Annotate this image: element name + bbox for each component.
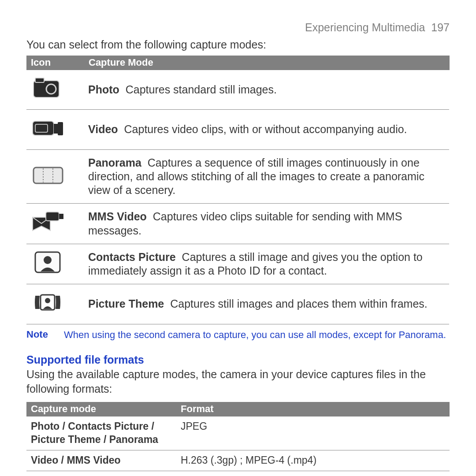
col-header-mode: Capture Mode bbox=[84, 56, 449, 70]
panorama-icon bbox=[31, 163, 65, 187]
picture-theme-icon bbox=[31, 290, 65, 314]
col-header-capture-mode: Capture mode bbox=[26, 402, 176, 416]
table-row: Panorama Captures a sequence of still im… bbox=[26, 149, 449, 204]
svg-rect-12 bbox=[59, 214, 63, 219]
camera-icon bbox=[31, 76, 65, 100]
table-row: Video Captures video clips, with or with… bbox=[26, 110, 449, 149]
intro-text: You can select from the following captur… bbox=[26, 38, 450, 51]
mode-name: Video bbox=[88, 123, 118, 135]
mode-name: Photo bbox=[88, 83, 119, 96]
svg-rect-8 bbox=[33, 167, 63, 183]
format-value: JPEG bbox=[176, 416, 450, 450]
mode-desc: Captures still images and places them wi… bbox=[170, 298, 428, 310]
video-camera-icon bbox=[31, 116, 65, 140]
table-row: MMS Video Captures video clips suitable … bbox=[26, 204, 449, 244]
table-row: Contacts Picture Captures a still image … bbox=[26, 244, 449, 284]
page-number: 197 bbox=[431, 21, 450, 33]
note-block: Note When using the second camera to cap… bbox=[26, 329, 450, 342]
mode-name: Contacts Picture bbox=[88, 251, 176, 263]
table-row: Picture Theme Captures still images and … bbox=[26, 284, 449, 324]
svg-point-14 bbox=[44, 256, 52, 264]
format-mode: Photo / Contacts Picture / Picture Theme… bbox=[26, 416, 176, 450]
note-label: Note bbox=[26, 329, 64, 342]
section-intro: Using the available capture modes, the c… bbox=[26, 367, 450, 396]
col-header-icon: Icon bbox=[26, 56, 84, 70]
mms-video-icon bbox=[31, 210, 65, 234]
svg-point-16 bbox=[45, 298, 50, 303]
svg-rect-7 bbox=[58, 122, 63, 135]
format-mode: Video / MMS Video bbox=[26, 450, 176, 471]
svg-rect-6 bbox=[54, 124, 58, 134]
table-row: Video / MMS Video H.263 (.3gp) ; MPEG-4 … bbox=[26, 450, 450, 471]
capture-modes-table: Icon Capture Mode Photo Captures standar… bbox=[26, 56, 450, 324]
section-heading: Supported file formats bbox=[26, 353, 450, 366]
mode-name: Panorama bbox=[88, 156, 141, 169]
page-header: Experiencing Multimedia 197 bbox=[26, 21, 450, 34]
svg-rect-2 bbox=[35, 78, 44, 82]
svg-rect-4 bbox=[33, 121, 54, 135]
format-value: H.263 (.3gp) ; MPEG-4 (.mp4) bbox=[176, 450, 450, 471]
note-text: When using the second camera to capture,… bbox=[64, 329, 446, 342]
file-formats-table: Capture mode Format Photo / Contacts Pic… bbox=[26, 402, 450, 471]
table-row: Photo Captures standard still images. bbox=[26, 70, 449, 110]
mode-desc: Captures standard still images. bbox=[126, 83, 277, 96]
col-header-format: Format bbox=[176, 402, 450, 416]
svg-point-3 bbox=[46, 84, 56, 94]
section-name: Experiencing Multimedia bbox=[305, 21, 425, 33]
table-row: Photo / Contacts Picture / Picture Theme… bbox=[26, 416, 450, 450]
mode-desc: Captures video clips, with or without ac… bbox=[124, 123, 407, 135]
svg-rect-11 bbox=[46, 212, 59, 221]
mode-name: Picture Theme bbox=[88, 298, 164, 310]
mode-name: MMS Video bbox=[88, 210, 147, 223]
contacts-picture-icon bbox=[31, 250, 65, 274]
